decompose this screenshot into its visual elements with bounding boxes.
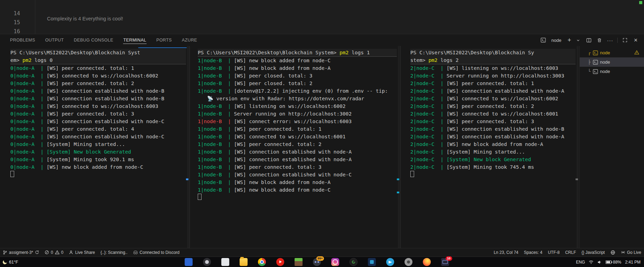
telegram-icon[interactable] [386,258,394,266]
terminal-1[interactable]: PS C:\Users\MSI2022\Desktop\Blockchain S… [0,46,189,248]
log-line: 2|node-C | [WS] connection established w… [410,87,579,95]
teams-icon[interactable] [185,258,193,266]
mail-icon[interactable]: 10 [441,258,449,266]
terminal-list-item[interactable]: └ node [580,67,644,76]
notification-badge: 10 [446,256,452,261]
more-actions-button[interactable]: ··· [607,37,614,44]
terminal-3[interactable]: PS C:\Users\MSI2022\Desktop\Blockchain S… [401,46,579,248]
settings-icon[interactable] [404,258,412,266]
error-count: 0 [51,250,53,255]
log-line: 1|node-B | [WS] new block added from nod… [198,64,400,72]
maximize-panel-button[interactable] [622,37,628,44]
spell-checker-item[interactable]: {..}: Scanning.. [98,248,130,256]
youtube-icon[interactable] [276,258,284,266]
encoding-item[interactable]: UTF-8 [545,248,562,256]
battery-icon [606,260,612,264]
panel-body: PS C:\Users\MSI2022\Desktop\Blockchain S… [0,46,644,248]
tab-ports[interactable]: PORTS [156,35,172,46]
battery-indicator[interactable]: 88% [606,260,621,265]
kill-terminal-button[interactable] [596,37,603,44]
go-live-item[interactable]: Go Live [618,248,644,256]
indentation-item[interactable]: Spaces: 4 [521,248,545,256]
language-mode-label: {} JavaScript [581,250,605,255]
log-line: 2|node-C | [WS] new block added from nod… [410,140,579,148]
windows-taskbar: 61°F 99+10 ENG 88% 2:41 PM [0,257,644,267]
firefox-icon[interactable] [423,258,431,266]
log-line: 2|node-C | [System] New block Generated [410,156,579,163]
tab-azure[interactable]: AZURE [181,35,197,46]
panel-tabs: PROBLEMSOUTPUTDEBUG CONSOLETERMINALPORTS… [10,34,197,46]
live-share-item[interactable]: Live Share [66,248,97,256]
terminal-cursor [410,171,414,177]
prompt-line: em> pm2 logs 0 [10,56,186,64]
language-indicator[interactable]: ENG [576,260,585,265]
terminal-list-item[interactable]: ├ node [580,57,644,67]
terminal-2[interactable]: PS C:\Users\MSI2022\Desktop\Blockchain S… [190,46,400,248]
log-line: 2|node-C | [WS] connection established w… [410,125,579,133]
tab-problems[interactable]: PROBLEMS [10,35,36,46]
terminal-1-scrollbar[interactable] [187,46,189,248]
cursor-position-item[interactable]: Ln 23, Col 74 [491,248,521,256]
browser-preview-item[interactable] [608,248,618,256]
bottom-panel: PROBLEMSOUTPUTDEBUG CONSOLETERMINALPORTS… [0,34,644,248]
clock[interactable]: 2:41 PM [625,260,641,265]
tab-terminal[interactable]: TERMINAL [123,35,147,46]
terminal-profile-icon [540,37,547,44]
line-number: 14 [0,9,20,18]
tab-debug-console[interactable]: DEBUG CONSOLE [73,35,113,46]
gutter-divider [35,0,35,34]
chrome-icon[interactable] [258,258,266,266]
language-mode-item[interactable]: {} JavaScript [579,248,607,256]
terminal-list-label: node [600,59,610,65]
weather-temp: 61°F [9,260,18,265]
terminal-3-scrollbar[interactable] [577,46,579,248]
eol-item[interactable]: CRLF [562,248,579,256]
notification-badge: 99+ [316,256,324,261]
spell-checker-status: {..}: Scanning.. [101,250,128,255]
editor-gutter: 141516 [0,1,20,36]
scrollbar-mark [397,178,399,180]
notepad-icon[interactable] [221,258,229,266]
minecraft-icon[interactable] [295,258,302,266]
terminal-dropdown-chevron-icon[interactable] [575,37,581,44]
discord-status-label: Connected to Discord [140,250,179,255]
log-line: 2|node-C | [WS] connection established w… [410,133,579,140]
xbox-icon[interactable] [349,258,357,266]
prompt-line: PS C:\Users\MSI2022\Desktop\Blockchain S… [198,49,397,56]
eol-label: CRLF [565,250,576,255]
new-terminal-button[interactable]: + [566,37,573,44]
log-line: 📡 version env with Radar: https://dotenv… [198,95,400,102]
broadcast-icon [621,250,625,255]
instagram-icon[interactable] [331,258,339,266]
terminal-tabs-list: ┌ node ├ node└ node [579,46,644,248]
split-tree-glyph: ├ [588,59,591,65]
tab-output[interactable]: OUTPUT [45,35,64,46]
command-block: PS C:\Users\MSI2022\Desktop\Blockchain S… [10,49,186,64]
camera-icon[interactable] [203,258,211,266]
terminal-list-item[interactable]: ┌ node [580,48,644,57]
photos-icon[interactable] [368,258,376,266]
file-explorer-icon[interactable] [240,258,248,266]
git-branch-item[interactable]: assigment-3* [0,248,42,256]
discord-status-item[interactable]: Connected to Discord [130,248,182,256]
command-block: PS C:\Users\MSI2022\Desktop\Blockchain S… [198,49,397,57]
terminal-cursor [10,171,14,177]
log-line: 1|node-B | [WS] peer connected. total: 2 [198,140,400,148]
log-line: 1|node-B | [WS] connection established w… [198,156,400,163]
discord-icon[interactable]: 99+ [313,258,321,266]
split-terminal-button[interactable] [585,37,592,44]
live-share-icon [69,250,73,255]
terminal-2-scrollbar[interactable] [398,46,400,248]
editor-region[interactable]: 141516 Complexity is 4 Everything is coo… [0,0,644,34]
problems-item[interactable]: 0 0 [42,248,66,256]
branch-label: assigment-3* [9,250,33,255]
battery-percent: 88% [613,260,621,265]
wifi-icon[interactable] [589,260,594,264]
terminal-icon [593,69,598,74]
close-panel-button[interactable]: × [632,37,639,44]
volume-icon[interactable] [597,260,602,264]
log-line: 0|node-A | [WS] new block added from nod… [10,163,189,171]
split-tree-glyph: ┌ [588,50,591,55]
weather-widget[interactable]: 61°F [3,257,18,267]
cursor-position-label: Ln 23, Col 74 [494,250,518,255]
